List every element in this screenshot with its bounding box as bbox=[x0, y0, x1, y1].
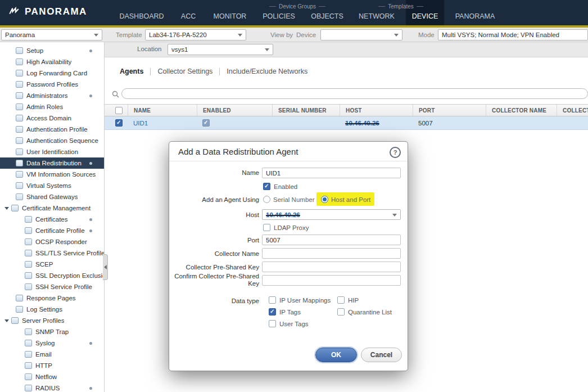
nav-device[interactable]: DEVICE bbox=[412, 12, 438, 20]
sidebar-item-syslog[interactable]: Syslog bbox=[0, 337, 105, 349]
sidebar-item-email[interactable]: Email bbox=[0, 349, 105, 360]
confirm-psk-field[interactable] bbox=[262, 275, 401, 286]
name-field[interactable] bbox=[262, 168, 401, 178]
sidebar-item-password-profiles[interactable]: Password Profiles bbox=[0, 79, 105, 90]
host-value: 10.46.40.26 bbox=[345, 120, 379, 127]
sidebar-item-ssh-service-profile[interactable]: SSH Service Profile bbox=[0, 281, 105, 292]
enabled-checkbox[interactable] bbox=[263, 183, 270, 190]
sidebar-item-authentication-sequence[interactable]: Authentication Sequence bbox=[0, 135, 105, 146]
sidebar-collapse-handle[interactable] bbox=[103, 254, 108, 280]
col-collector-name[interactable]: COLLECTOR NAME bbox=[486, 105, 557, 116]
datatype-option-user-tags[interactable]: User Tags bbox=[269, 318, 337, 330]
sidebar-item-vm-information-sources[interactable]: VM Information Sources bbox=[0, 169, 105, 180]
checkbox-label: Quarantine List bbox=[348, 309, 392, 316]
nav-monitor[interactable]: MONITOR bbox=[214, 12, 247, 20]
sidebar-item-label: Administrators bbox=[26, 92, 68, 99]
nav-dashboard[interactable]: DASHBOARD bbox=[119, 12, 164, 20]
col-collector[interactable]: COLLECTOR bbox=[557, 105, 588, 116]
sidebar-item-admin-roles[interactable]: Admin Roles bbox=[0, 101, 105, 112]
access-domain-icon bbox=[16, 115, 23, 121]
checkbox-icon[interactable] bbox=[337, 308, 345, 316]
device-select[interactable] bbox=[320, 29, 402, 40]
sidebar-item-virtual-systems[interactable]: Virtual Systems bbox=[0, 180, 105, 191]
serial-number-radio[interactable] bbox=[263, 196, 270, 203]
psk-field[interactable] bbox=[262, 262, 401, 272]
collector-name-field[interactable] bbox=[262, 248, 401, 259]
datatype-option-ip-tags[interactable]: IP Tags bbox=[269, 306, 337, 318]
table-row[interactable]: UID1 10.46.40.26 5007 bbox=[105, 116, 588, 130]
sidebar-item-setup[interactable]: Setup bbox=[0, 45, 105, 56]
sidebar-item-shared-gateways[interactable]: Shared Gateways bbox=[0, 191, 105, 202]
cancel-button[interactable]: Cancel bbox=[361, 348, 402, 362]
nav-network[interactable]: NETWORK bbox=[359, 12, 395, 20]
expander-icon[interactable] bbox=[4, 319, 9, 322]
ok-button[interactable]: OK bbox=[315, 348, 357, 362]
checkbox-icon[interactable] bbox=[337, 296, 345, 304]
sidebar-item-log-forwarding-card[interactable]: Log Forwarding Card bbox=[0, 67, 105, 79]
sidebar-item-http[interactable]: HTTP bbox=[0, 360, 105, 371]
col-name[interactable]: NAME bbox=[128, 105, 197, 116]
checkbox-icon[interactable] bbox=[269, 320, 276, 327]
checkbox-label: IP User Mappings bbox=[279, 297, 331, 304]
help-icon[interactable]: ? bbox=[390, 147, 401, 158]
agent-name-link[interactable]: UID1 bbox=[133, 120, 148, 127]
expander-icon[interactable] bbox=[4, 207, 9, 210]
templates-text: Templates bbox=[388, 3, 414, 10]
tab-agents[interactable]: Agents bbox=[120, 67, 143, 75]
col-port[interactable]: PORT bbox=[413, 105, 486, 116]
select-all-checkbox[interactable] bbox=[115, 107, 123, 114]
sidebar-item-access-domain[interactable]: Access Domain bbox=[0, 112, 105, 124]
sidebar-item-label: Authentication Sequence bbox=[26, 137, 98, 144]
checkbox-icon[interactable] bbox=[269, 296, 276, 304]
tab-separator bbox=[150, 68, 151, 75]
sidebar-item-snmp-trap[interactable]: SNMP Trap bbox=[0, 326, 105, 337]
ssh-service-profile-icon bbox=[25, 283, 32, 290]
sidebar-item-ssl-decryption-exclusion[interactable]: SSL Decryption Exclusion bbox=[0, 270, 105, 281]
sidebar-item-administrators[interactable]: Administrators bbox=[0, 90, 105, 101]
sidebar-item-certificate-profile[interactable]: Certificate Profile bbox=[0, 225, 105, 236]
datatype-option-ip-user-mappings[interactable]: IP User Mappings bbox=[269, 294, 337, 306]
sidebar-item-user-identification[interactable]: User Identification bbox=[0, 146, 105, 157]
host-select[interactable]: 10.46.40.26 bbox=[262, 209, 401, 220]
col-enabled[interactable]: ENABLED bbox=[197, 105, 272, 116]
nav-panorama[interactable]: PANORAMA bbox=[455, 12, 495, 20]
datatype-option-hip[interactable]: HIP bbox=[337, 294, 392, 306]
sidebar-item-radius[interactable]: RADIUS bbox=[0, 382, 105, 392]
ssl-tls-service-profile-icon bbox=[25, 250, 32, 256]
sidebar-item-certificates[interactable]: Certificates bbox=[0, 214, 105, 225]
template-select[interactable]: Lab34-176-PA-5220 bbox=[145, 29, 246, 40]
col-serial-number[interactable]: SERIAL NUMBER bbox=[272, 105, 340, 116]
sidebar-item-certificate-management[interactable]: Certificate Management bbox=[0, 202, 105, 214]
ldap-proxy-checkbox[interactable] bbox=[263, 224, 270, 231]
location-select[interactable]: vsys1 bbox=[168, 44, 273, 55]
nav-objects[interactable]: OBJECTS bbox=[311, 12, 343, 20]
sidebar-item-server-profiles[interactable]: Server Profiles bbox=[0, 315, 105, 326]
context-select[interactable]: Panorama bbox=[1, 29, 102, 40]
enabled-cell-checkbox[interactable] bbox=[202, 119, 210, 127]
tab-include-exclude-networks[interactable]: Include/Exclude Networks bbox=[227, 67, 307, 75]
port-value: 5007 bbox=[418, 120, 433, 127]
checkbox-label: HIP bbox=[348, 297, 359, 304]
modal-host-value: 10.46.40.26 bbox=[266, 211, 300, 218]
datatype-option-quarantine-list[interactable]: Quarantine List bbox=[337, 306, 392, 318]
nav-acc[interactable]: ACC bbox=[181, 12, 196, 20]
sidebar-item-netflow[interactable]: Netflow bbox=[0, 371, 105, 382]
sidebar-item-response-pages[interactable]: Response Pages bbox=[0, 292, 105, 304]
host-and-port-radio[interactable] bbox=[321, 196, 328, 203]
http-icon bbox=[25, 362, 32, 369]
row-checkbox[interactable] bbox=[115, 119, 123, 127]
sidebar-item-scep[interactable]: SCEP bbox=[0, 259, 105, 270]
sidebar-item-data-redistribution[interactable]: Data Redistribution bbox=[0, 157, 105, 169]
col-host[interactable]: HOST bbox=[340, 105, 413, 116]
sidebar-item-authentication-profile[interactable]: Authentication Profile bbox=[0, 124, 105, 135]
port-field[interactable] bbox=[262, 235, 401, 245]
search-input[interactable] bbox=[121, 88, 588, 99]
collector-name-label: Collector Name bbox=[169, 250, 259, 258]
tab-collector-settings[interactable]: Collector Settings bbox=[157, 67, 212, 75]
checkbox-icon[interactable] bbox=[269, 308, 276, 316]
sidebar-item-ocsp-responder[interactable]: OCSP Responder bbox=[0, 236, 105, 247]
nav-policies[interactable]: POLICIES bbox=[263, 12, 295, 20]
sidebar-item-log-settings[interactable]: Log Settings bbox=[0, 304, 105, 315]
sidebar-item-high-availability[interactable]: High Availability bbox=[0, 56, 105, 67]
sidebar-item-ssl-tls-service-profile[interactable]: SSL/TLS Service Profile bbox=[0, 247, 105, 259]
